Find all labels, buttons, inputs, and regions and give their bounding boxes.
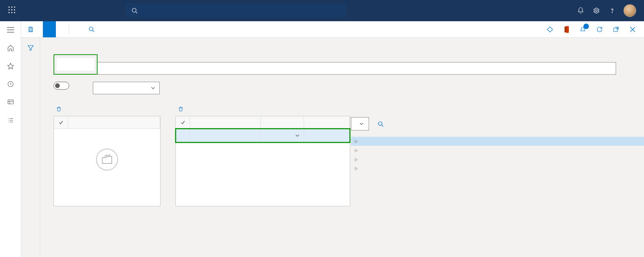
svg-point-3 xyxy=(8,9,9,10)
search-icon xyxy=(131,7,138,14)
svg-rect-28 xyxy=(30,29,31,31)
attach-icon[interactable] xyxy=(543,21,557,38)
user-avatar[interactable] xyxy=(624,4,636,17)
svg-point-29 xyxy=(89,27,93,31)
bell-icon[interactable] xyxy=(576,6,585,15)
left-nav-rail xyxy=(0,21,21,38)
group-view-button[interactable] xyxy=(56,21,69,37)
show-details-button[interactable] xyxy=(43,21,56,37)
notification-icon[interactable] xyxy=(576,21,590,38)
help-icon[interactable] xyxy=(608,6,616,15)
office-icon[interactable] xyxy=(560,21,573,38)
notification-badge xyxy=(583,24,589,29)
hamburger-icon[interactable] xyxy=(6,25,15,35)
svg-point-6 xyxy=(8,12,9,13)
svg-point-5 xyxy=(14,9,15,10)
top-nav-bar xyxy=(0,0,644,21)
svg-point-12 xyxy=(612,12,612,13)
save-icon xyxy=(28,26,34,33)
svg-point-8 xyxy=(14,12,15,13)
search-icon xyxy=(89,26,94,32)
refresh-icon[interactable] xyxy=(593,21,606,38)
svg-point-4 xyxy=(11,9,12,10)
svg-point-11 xyxy=(596,10,598,12)
gear-icon[interactable] xyxy=(592,6,601,15)
svg-line-10 xyxy=(136,12,137,13)
waffle-icon[interactable] xyxy=(4,6,20,15)
global-search[interactable] xyxy=(126,4,346,18)
svg-point-0 xyxy=(8,6,9,7)
svg-point-1 xyxy=(11,6,12,7)
svg-point-9 xyxy=(132,8,136,12)
command-bar xyxy=(21,21,644,38)
options-button[interactable] xyxy=(69,21,82,37)
save-button[interactable] xyxy=(21,21,43,37)
svg-line-30 xyxy=(92,30,94,32)
close-icon[interactable] xyxy=(626,21,639,38)
popout-icon[interactable] xyxy=(609,21,623,38)
svg-point-7 xyxy=(11,12,12,13)
svg-marker-31 xyxy=(547,27,553,32)
svg-rect-27 xyxy=(30,27,31,28)
inline-search-button[interactable] xyxy=(82,21,101,37)
svg-point-2 xyxy=(14,6,15,7)
